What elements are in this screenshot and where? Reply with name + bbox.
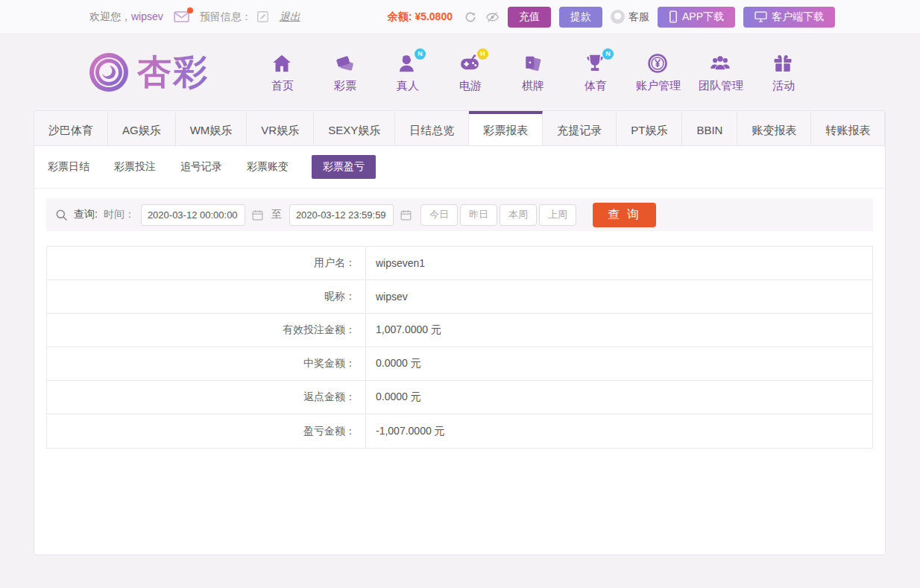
logo-text: 杏彩 <box>137 49 209 95</box>
username: wipsev <box>131 10 163 22</box>
home-icon <box>271 52 294 76</box>
mail-icon[interactable] <box>174 10 189 23</box>
live-person-icon: N <box>396 52 420 76</box>
app-download-button[interactable]: APP下载 <box>658 7 735 28</box>
tab-bar: 沙巴体育AG娱乐WM娱乐VR娱乐SEXY娱乐日结总览彩票报表充提记录PT娱乐BB… <box>34 111 885 146</box>
tab-转账报表[interactable]: 转账报表 <box>811 111 885 145</box>
quick-range-buttons: 今日昨日本周上周 <box>418 204 576 226</box>
row-label: 有效投注金额： <box>47 314 366 347</box>
nav-item-label: 活动 <box>756 79 811 93</box>
calendar-icon[interactable] <box>251 209 264 221</box>
row-value: wipsev <box>366 280 408 313</box>
nav-item-首页[interactable]: 首页 <box>255 52 310 93</box>
team-icon <box>709 52 733 76</box>
tab-账变报表[interactable]: 账变报表 <box>737 111 811 145</box>
monitor-icon <box>754 11 767 22</box>
subtab-彩票日结[interactable]: 彩票日结 <box>46 155 91 179</box>
logo-emblem-icon <box>88 51 130 93</box>
quick-range-本周[interactable]: 本周 <box>500 204 537 226</box>
client-download-button[interactable]: 客户端下载 <box>743 7 835 28</box>
cards-icon <box>521 52 545 76</box>
row-value: 0.0000 元 <box>366 381 421 414</box>
to-label: 至 <box>271 208 282 221</box>
main-nav: 杏彩 首页彩票N真人H电游棋牌N体育账户管理团队管理活动 <box>0 34 920 110</box>
nav-item-label: 真人 <box>380 79 435 93</box>
table-row: 中奖金额：0.0000 元 <box>47 347 872 381</box>
end-time-input[interactable] <box>289 204 394 226</box>
reserved-info-label: 预留信息： <box>200 10 269 24</box>
subtab-追号记录[interactable]: 追号记录 <box>179 155 224 179</box>
withdraw-button[interactable]: 提款 <box>559 7 602 28</box>
quick-range-昨日[interactable]: 昨日 <box>460 204 497 226</box>
tab-WM娱乐[interactable]: WM娱乐 <box>176 111 248 145</box>
tab-彩票报表[interactable]: 彩票报表 <box>469 111 543 145</box>
ticket-icon <box>333 52 357 76</box>
tab-BBIN[interactable]: BBIN <box>682 111 737 145</box>
calendar-icon[interactable] <box>400 209 412 221</box>
nav-item-棋牌[interactable]: 棋牌 <box>505 52 561 93</box>
row-value: 0.0000 元 <box>366 347 421 380</box>
quick-range-上周[interactable]: 上周 <box>539 204 576 226</box>
site-logo[interactable]: 杏彩 <box>88 49 209 95</box>
gamepad-icon: H <box>459 52 482 76</box>
nav-item-label: 账户管理 <box>631 79 686 93</box>
row-label: 返点金额： <box>47 381 366 414</box>
nav-item-label: 棋牌 <box>505 79 561 93</box>
table-row: 有效投注金额：1,007.0000 元 <box>47 314 872 347</box>
nav-item-体育[interactable]: N体育 <box>568 52 623 93</box>
customer-service-button[interactable]: 客服 <box>611 10 649 24</box>
coin-icon <box>646 52 670 76</box>
tab-充提记录[interactable]: 充提记录 <box>543 111 617 145</box>
deposit-button[interactable]: 充值 <box>508 7 551 28</box>
nav-badge: N <box>415 48 426 60</box>
table-row: 昵称：wipsev <box>47 280 872 314</box>
row-label: 用户名： <box>47 247 366 279</box>
search-icon <box>55 209 68 221</box>
query-label: 查询: <box>74 208 98 221</box>
nav-badge: N <box>602 48 614 60</box>
nav-item-电游[interactable]: H电游 <box>443 52 498 93</box>
tab-AG娱乐[interactable]: AG娱乐 <box>108 111 176 145</box>
nav-item-活动[interactable]: 活动 <box>756 52 811 93</box>
hide-balance-icon[interactable] <box>485 11 500 23</box>
start-time-input[interactable] <box>141 204 245 226</box>
table-row: 返点金额：0.0000 元 <box>47 381 872 414</box>
logout-link[interactable]: 退出 <box>280 10 300 24</box>
tab-VR娱乐[interactable]: VR娱乐 <box>247 111 314 145</box>
content-card: 沙巴体育AG娱乐WM娱乐VR娱乐SEXY娱乐日结总览彩票报表充提记录PT娱乐BB… <box>34 110 886 555</box>
unread-badge <box>187 7 193 13</box>
row-value: wipseven1 <box>366 247 425 279</box>
tab-余额查询[interactable]: 余额查询 <box>885 111 886 145</box>
nav-item-真人[interactable]: N真人 <box>380 52 435 93</box>
nav-item-团队管理[interactable]: 团队管理 <box>693 52 749 93</box>
balance-value: ¥5.0800 <box>415 10 453 22</box>
search-button[interactable]: 查 询 <box>593 203 656 227</box>
trophy-icon: N <box>584 52 608 76</box>
row-value: -1,007.0000 元 <box>366 414 445 448</box>
subtab-bar: 彩票日结彩票投注追号记录彩票账变彩票盈亏 <box>34 146 885 189</box>
balance: 余额: ¥5.0800 <box>388 10 453 24</box>
tab-日结总览[interactable]: 日结总览 <box>395 111 469 145</box>
nav-item-label: 彩票 <box>318 79 373 93</box>
subtab-彩票账变[interactable]: 彩票账变 <box>245 155 290 179</box>
row-label: 中奖金额： <box>47 347 366 380</box>
tab-PT娱乐[interactable]: PT娱乐 <box>617 111 682 145</box>
nav-item-账户管理[interactable]: 账户管理 <box>631 52 686 93</box>
nav-items: 首页彩票N真人H电游棋牌N体育账户管理团队管理活动 <box>255 52 811 93</box>
row-label: 盈亏金额： <box>47 414 366 448</box>
edit-icon[interactable] <box>256 10 269 23</box>
tab-SEXY娱乐[interactable]: SEXY娱乐 <box>314 111 395 145</box>
refresh-icon[interactable] <box>464 10 477 24</box>
row-label: 昵称： <box>47 280 366 313</box>
nav-item-彩票[interactable]: 彩票 <box>318 52 373 93</box>
quick-range-今日[interactable]: 今日 <box>420 204 458 226</box>
nav-badge: H <box>477 48 488 60</box>
tab-沙巴体育[interactable]: 沙巴体育 <box>34 111 108 145</box>
time-label: 时间： <box>104 208 135 221</box>
table-row: 用户名：wipseven1 <box>47 247 872 280</box>
subtab-彩票投注[interactable]: 彩票投注 <box>113 155 157 179</box>
gift-icon <box>772 52 795 76</box>
subtab-彩票盈亏[interactable]: 彩票盈亏 <box>312 155 376 179</box>
nav-item-label: 电游 <box>443 79 498 93</box>
service-avatar-icon <box>611 10 625 24</box>
